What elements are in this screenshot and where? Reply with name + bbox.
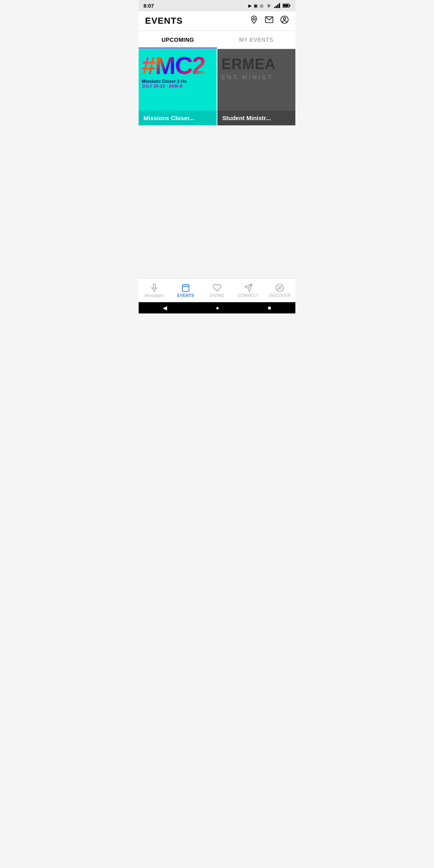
nav-item-messages[interactable]: Messages — [139, 278, 170, 302]
svg-rect-0 — [274, 7, 275, 8]
svg-point-7 — [253, 18, 255, 20]
user-icon[interactable] — [280, 15, 289, 27]
nav-label-messages: Messages — [145, 293, 164, 298]
recent-button[interactable]: ■ — [268, 305, 271, 311]
nav-label-discover: DISCOVER — [269, 293, 291, 298]
status-time: 8:07 — [143, 3, 154, 9]
ermea-title: ERMEA — [221, 57, 276, 72]
nav-item-connect[interactable]: CONNECT — [233, 278, 264, 302]
main-content — [139, 125, 295, 262]
play-icon: ▶ — [248, 3, 252, 8]
bottom-nav: Messages EVENTS GIVING CONNECT DISCOVER — [139, 278, 295, 302]
location-icon[interactable] — [250, 15, 258, 27]
svg-marker-21 — [278, 286, 281, 289]
mc2-title: #MC2 — [142, 53, 205, 78]
page-title: EVENTS — [145, 16, 183, 26]
nav-label-connect: CONNECT — [238, 293, 259, 298]
missions-subtitle: Missions Closer 2 Ho — [142, 79, 186, 84]
status-icons: ▶ ▣ ◎ — [248, 3, 291, 8]
nav-label-events: EVENTS — [177, 293, 194, 298]
calendar-icon — [181, 283, 190, 292]
svg-rect-14 — [182, 285, 189, 291]
tab-my-events[interactable]: MY EVENTS — [217, 31, 295, 49]
header-actions — [250, 15, 289, 27]
home-button[interactable]: ● — [216, 305, 219, 311]
svg-point-20 — [276, 284, 283, 291]
mail-icon[interactable] — [265, 15, 274, 27]
svg-rect-6 — [283, 5, 289, 7]
signal-icon — [274, 3, 280, 8]
missions-date: JULY 20-22 · 8AM-A — [142, 84, 183, 88]
svg-rect-5 — [290, 5, 291, 6]
svg-rect-1 — [276, 6, 277, 8]
nav-label-giving: GIVING — [210, 293, 225, 298]
wifi-icon — [266, 3, 272, 8]
vpn-icon: ◎ — [260, 3, 264, 8]
tabs: UPCOMING MY EVENTS — [139, 31, 295, 49]
nav-item-discover[interactable]: DISCOVER — [264, 278, 295, 302]
android-nav-bar: ◀ ● ■ — [139, 302, 295, 313]
nav-item-events[interactable]: EVENTS — [170, 278, 201, 302]
student-label: Student Ministr... — [217, 111, 295, 125]
svg-point-10 — [283, 18, 286, 20]
svg-rect-3 — [279, 3, 280, 8]
send-icon — [244, 283, 253, 292]
battery-icon — [283, 3, 291, 8]
status-bar: 8:07 ▶ ▣ ◎ — [139, 0, 295, 11]
event-card-missions-closer[interactable]: #MC2 Missions Closer 2 Ho JULY 20-22 · 8… — [139, 49, 217, 125]
nav-item-giving[interactable]: GIVING — [201, 278, 233, 302]
ermea-subtitle: ENT MINIST — [221, 74, 273, 80]
header: EVENTS — [139, 11, 295, 31]
svg-rect-2 — [277, 4, 278, 8]
tab-upcoming[interactable]: UPCOMING — [139, 31, 217, 49]
events-grid: #MC2 Missions Closer 2 Ho JULY 20-22 · 8… — [139, 49, 295, 125]
sim-icon: ▣ — [254, 3, 258, 8]
compass-icon — [275, 283, 284, 292]
missions-label: Missions Closer... — [139, 111, 217, 125]
back-button[interactable]: ◀ — [163, 305, 167, 311]
heart-icon — [213, 283, 221, 292]
event-card-student-ministry[interactable]: ERMEA ENT MINIST Student Ministr... — [217, 49, 295, 125]
svg-rect-11 — [153, 284, 156, 288]
mic-icon — [150, 283, 159, 292]
